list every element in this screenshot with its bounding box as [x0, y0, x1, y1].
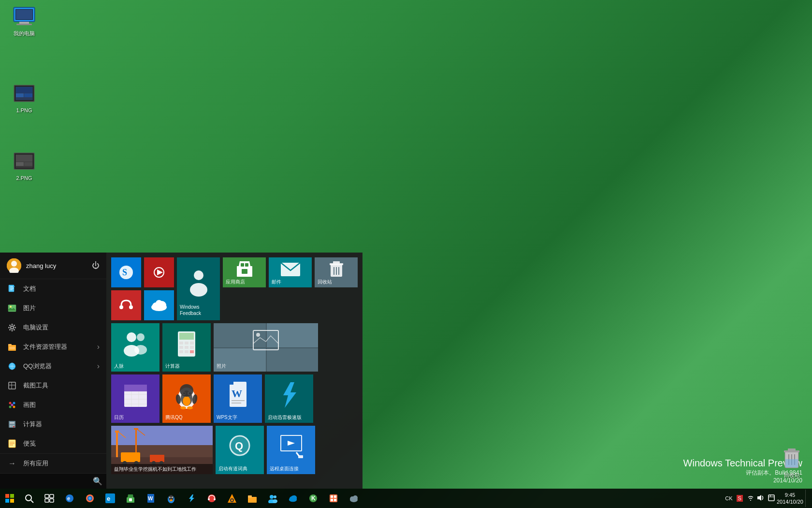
svg-rect-100 — [190, 342, 194, 344]
svg-rect-211 — [334, 499, 336, 501]
svg-point-55 — [9, 406, 12, 408]
nav-all-apps[interactable]: → 所有应用 — [0, 453, 106, 473]
desktop-icon-file2[interactable]: 2.PNG — [5, 150, 44, 181]
nav-pictures[interactable]: 图片 — [0, 299, 106, 318]
tile-rdp[interactable]: 远程桌面连接 — [267, 426, 315, 474]
nav-qq-browser[interactable]: QQ浏览器 › — [0, 357, 106, 376]
tile-calculator[interactable]: 计算器 — [162, 323, 211, 372]
tile-news[interactable]: 益翔毕业生学挖掘机不如到工地找工作 — [111, 426, 213, 474]
svg-rect-102 — [185, 346, 188, 349]
taskbar-clock[interactable]: 9:45 2014/10/20 — [777, 492, 803, 506]
tile-wps[interactable]: W WPS文字 — [214, 374, 262, 423]
news-label: 益翔毕业生学挖掘机不如到工地找工作 — [114, 466, 210, 472]
desktop-icon-computer[interactable]: 我的电脑 — [5, 5, 44, 37]
svg-rect-106 — [190, 350, 194, 353]
nav-explorer[interactable]: 文件资源管理器 › — [0, 337, 106, 357]
taskbar-qq[interactable] — [161, 489, 181, 508]
tile-music[interactable] — [111, 290, 141, 320]
tile-video[interactable] — [144, 257, 174, 287]
ie-icon: e — [65, 493, 74, 503]
taskbar-language[interactable]: CK — [725, 495, 732, 501]
nav-documents[interactable]: 文档 — [0, 279, 106, 299]
recycle-bin-desktop[interactable]: 回收站 — [781, 445, 802, 479]
music-tb-icon — [207, 493, 217, 503]
people-label: 人脉 — [114, 363, 124, 370]
tile-qq[interactable]: 腾讯QQ — [162, 374, 211, 423]
tile-skype[interactable]: S — [111, 257, 141, 287]
taskbar-music[interactable] — [202, 489, 221, 508]
svg-rect-24 — [785, 459, 798, 467]
svg-rect-16 — [16, 162, 24, 166]
svg-point-186 — [170, 497, 170, 497]
svg-rect-109 — [267, 323, 318, 347]
search-input[interactable] — [4, 478, 93, 485]
show-desktop[interactable] — [805, 490, 808, 507]
draw-tool-icon — [7, 380, 17, 391]
photos-bg — [214, 323, 318, 372]
nav-notepad[interactable]: 便笺 — [0, 434, 106, 453]
explorer-icon — [7, 342, 17, 352]
nav-draw-tool[interactable]: 截图工具 — [0, 376, 106, 395]
svg-point-175 — [88, 497, 91, 500]
tile-people[interactable]: 人脉 — [111, 323, 160, 372]
svg-point-190 — [208, 498, 210, 500]
taskbar-volume-icon[interactable] — [756, 494, 764, 503]
calculator-tile-label: 计算器 — [165, 363, 180, 370]
taskbar-task-view[interactable] — [40, 489, 59, 508]
tile-recycle[interactable]: 回收站 — [315, 257, 358, 287]
nav-settings[interactable]: 电脑设置 — [0, 318, 106, 337]
taskbar-network-icon[interactable] — [747, 494, 754, 503]
svg-text:W: W — [232, 388, 242, 400]
svg-rect-138 — [232, 403, 241, 403]
computer-icon-label: 我的电脑 — [14, 30, 35, 37]
task-view-icon — [44, 493, 54, 503]
svg-rect-63 — [10, 426, 11, 427]
taskbar-people[interactable] — [263, 489, 282, 508]
tile-calendar[interactable]: 日历 — [111, 374, 160, 423]
tile-windows-feedback[interactable]: Windows Feedback — [177, 257, 220, 320]
power-button[interactable]: ⏻ — [92, 261, 100, 270]
taskbar-media[interactable] — [222, 489, 242, 508]
taskbar-onedrive[interactable] — [283, 489, 303, 508]
qq-browser-arrow: › — [97, 362, 100, 371]
search-icon[interactable]: 🔍 — [93, 477, 102, 486]
wps-label: WPS文字 — [217, 414, 237, 421]
desktop-icon-file1[interactable]: 1.PNG — [5, 82, 44, 113]
nav-paint[interactable]: 画图 — [0, 395, 106, 415]
taskbar-explorer[interactable] — [243, 489, 262, 508]
taskbar-wps[interactable]: W — [141, 489, 160, 508]
svg-point-41 — [9, 329, 11, 330]
taskbar-xunlei[interactable] — [182, 489, 201, 508]
taskbar-k[interactable]: K — [304, 489, 323, 508]
taskbar-store[interactable] — [121, 489, 140, 508]
taskbar-notification-icon[interactable] — [768, 494, 775, 503]
svg-point-53 — [9, 402, 12, 404]
tile-dict[interactable]: Q 启动有道词典 — [216, 426, 264, 474]
svg-rect-83 — [245, 263, 248, 267]
taskbar-ie[interactable]: e — [60, 489, 79, 508]
svg-rect-140 — [111, 426, 213, 445]
tile-cloud[interactable] — [144, 290, 174, 320]
tile-mail[interactable]: 邮件 — [269, 257, 312, 287]
start-button[interactable] — [0, 489, 19, 508]
taskbar-metro-ie[interactable]: e — [101, 489, 120, 508]
volume-icon — [756, 494, 764, 502]
tile-xunlei[interactable]: 启动迅雷极速版 — [265, 374, 313, 423]
nav-calculator[interactable]: 计算器 — [0, 415, 106, 434]
svg-point-56 — [13, 406, 15, 408]
svg-rect-141 — [116, 431, 118, 460]
taskbar-firefox[interactable] — [80, 489, 100, 508]
taskbar-ime[interactable]: S — [737, 495, 743, 502]
file2-icon-label: 2.PNG — [16, 175, 32, 181]
tile-photos[interactable]: 照片 — [214, 323, 318, 372]
taskbar-search[interactable] — [19, 489, 39, 508]
svg-rect-29 — [10, 286, 14, 287]
mahjong-tb-icon — [329, 493, 338, 503]
tile-store[interactable]: 应用商店 — [223, 257, 266, 287]
svg-rect-82 — [241, 263, 244, 267]
taskbar-mahjong[interactable] — [324, 489, 343, 508]
taskbar-cloudsafe[interactable] — [344, 489, 363, 508]
firefox-icon — [85, 493, 95, 503]
svg-rect-68 — [10, 443, 14, 444]
start-nav-items: 文档 图片 — [0, 279, 106, 473]
